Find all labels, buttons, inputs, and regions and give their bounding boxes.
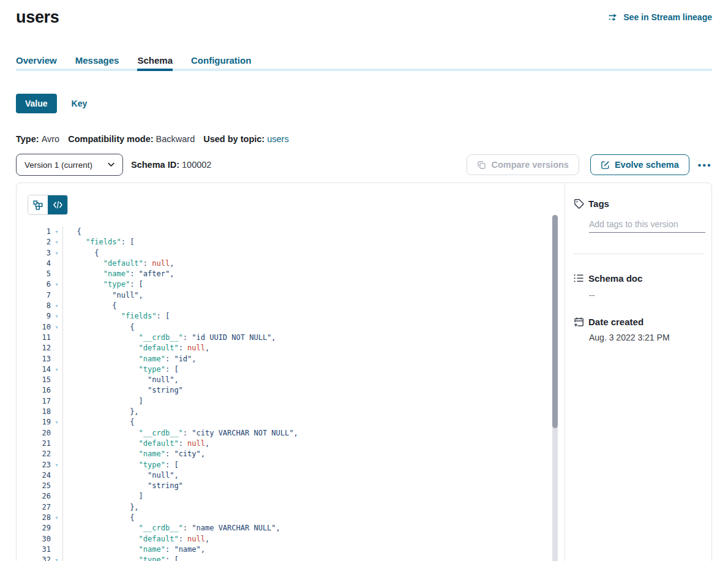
code-text: }, xyxy=(63,407,139,417)
code-text: { xyxy=(63,322,134,333)
fold-toggle-icon[interactable]: ▾ xyxy=(51,227,63,237)
page-title: users xyxy=(16,8,59,27)
line-number: 12 xyxy=(28,343,51,353)
code-text: "null", xyxy=(63,470,179,481)
line-number: 29 xyxy=(28,523,51,533)
line-number: 24 xyxy=(28,470,51,481)
fold-toggle-icon[interactable]: ▾ xyxy=(51,364,63,375)
code-line: 10▾ { xyxy=(28,322,565,333)
line-number: 16 xyxy=(28,385,51,396)
sidebar-divider xyxy=(574,254,704,254)
tab-schema[interactable]: Schema xyxy=(137,55,173,66)
code-text: ] xyxy=(63,491,143,502)
value-toggle-button[interactable]: Value xyxy=(16,94,57,113)
compare-versions-label: Compare versions xyxy=(491,160,569,170)
fold-spacer xyxy=(51,385,63,396)
version-select[interactable]: Version 1 (current) xyxy=(16,154,123,176)
code-view-button[interactable] xyxy=(48,195,67,214)
line-number: 7 xyxy=(28,290,51,301)
schema-doc-header: Schema doc xyxy=(574,273,704,284)
line-number: 23 xyxy=(28,460,51,470)
line-number: 3 xyxy=(28,248,51,258)
code-text: "type": [ xyxy=(63,364,179,375)
fold-spacer xyxy=(51,343,63,353)
view-mode-toggle xyxy=(28,195,68,215)
tab-overview[interactable]: Overview xyxy=(16,55,57,66)
date-created-header: Date created xyxy=(574,317,704,327)
code-line: 24 "null", xyxy=(28,470,565,481)
add-tags-input[interactable] xyxy=(589,219,705,233)
code-text: "name": "name", xyxy=(63,544,205,555)
code-text: "name": "after", xyxy=(63,269,174,279)
edit-square-icon xyxy=(601,160,610,170)
tab-configuration[interactable]: Configuration xyxy=(191,55,251,66)
schema-doc-section: Schema doc -- xyxy=(574,273,704,300)
line-number: 10 xyxy=(28,322,51,333)
fold-toggle-icon[interactable]: ▾ xyxy=(51,555,63,561)
code-column: 1▾ {2▾ "fields": [3▾ {4 "default": null,… xyxy=(17,183,565,561)
schema-panel: 1▾ {2▾ "fields": [3▾ {4 "default": null,… xyxy=(16,183,712,561)
fold-toggle-icon[interactable]: ▾ xyxy=(51,279,63,290)
schema-doc-title: Schema doc xyxy=(588,273,642,284)
code-line: 16 "string" xyxy=(28,385,565,396)
code-scrollbar-thumb[interactable] xyxy=(552,215,558,428)
code-text: "type": [ xyxy=(63,460,179,470)
code-text: { xyxy=(63,301,116,311)
line-number: 2 xyxy=(28,237,51,247)
meta-label: Used by topic: xyxy=(203,134,267,144)
code-line: 6▾ "type": [ xyxy=(28,279,565,290)
code-line: 25 "string" xyxy=(28,481,565,491)
date-created-title: Date created xyxy=(588,317,644,327)
tab-messages[interactable]: Messages xyxy=(75,55,119,66)
code-line: 8▾ { xyxy=(28,301,565,311)
line-number: 27 xyxy=(28,502,51,513)
evolve-schema-button[interactable]: Evolve schema xyxy=(590,154,689,175)
topbar: users See in Stream lineage xyxy=(16,6,712,28)
line-number: 17 xyxy=(28,396,51,407)
code-line: 19▾ { xyxy=(28,417,565,427)
fold-toggle-icon[interactable]: ▾ xyxy=(51,311,63,322)
code-line: 27 }, xyxy=(28,502,565,513)
meta-value-link[interactable]: users xyxy=(267,134,288,144)
code-line: 22 "name": "city", xyxy=(28,449,565,459)
fold-toggle-icon[interactable]: ▾ xyxy=(51,322,63,333)
line-number: 18 xyxy=(28,407,51,417)
code-text: "__crdb__": "city VARCHAR NOT NULL", xyxy=(63,428,298,439)
code-line: 1▾ { xyxy=(28,227,565,237)
fold-toggle-icon[interactable]: ▾ xyxy=(51,248,63,258)
fold-toggle-icon[interactable]: ▾ xyxy=(51,301,63,311)
see-in-stream-lineage-link[interactable]: See in Stream lineage xyxy=(608,12,712,22)
fold-toggle-icon[interactable]: ▾ xyxy=(51,460,63,470)
code-scrollbar-track[interactable] xyxy=(552,215,558,561)
line-number: 20 xyxy=(28,428,51,439)
code-text: "type": [ xyxy=(63,279,143,290)
fold-spacer xyxy=(51,439,63,449)
line-number: 31 xyxy=(28,544,51,555)
calendar-add-icon xyxy=(574,317,584,327)
fold-toggle-icon[interactable]: ▾ xyxy=(51,417,63,427)
more-options-button[interactable]: ••• xyxy=(698,160,712,170)
tree-view-button[interactable] xyxy=(28,195,48,214)
compare-versions-button[interactable]: Compare versions xyxy=(467,154,579,175)
active-tab-indicator xyxy=(137,69,173,71)
line-number: 6 xyxy=(28,279,51,290)
code-line: 14▾ "type": [ xyxy=(28,364,565,375)
key-toggle-link[interactable]: Key xyxy=(72,99,88,108)
code-text: "default": null, xyxy=(63,534,209,544)
fold-spacer xyxy=(51,428,63,439)
code-line: 20 "__crdb__": "city VARCHAR NOT NULL", xyxy=(28,428,565,439)
line-number: 15 xyxy=(28,375,51,385)
line-number: 32 xyxy=(28,555,51,561)
code-text: "fields": [ xyxy=(63,237,134,247)
fold-spacer xyxy=(51,449,63,459)
fold-toggle-icon[interactable]: ▾ xyxy=(51,513,63,523)
fold-toggle-icon[interactable]: ▾ xyxy=(51,237,63,247)
schema-page: users See in Stream lineage OverviewMess… xyxy=(0,6,728,561)
schema-doc-value: -- xyxy=(589,290,704,300)
tags-input-wrap xyxy=(589,219,704,233)
line-number: 21 xyxy=(28,439,51,449)
line-number: 30 xyxy=(28,534,51,544)
code-line: 2▾ "fields": [ xyxy=(28,237,565,247)
code-line: 18 }, xyxy=(28,407,565,417)
meta-value: Avro xyxy=(42,134,60,144)
